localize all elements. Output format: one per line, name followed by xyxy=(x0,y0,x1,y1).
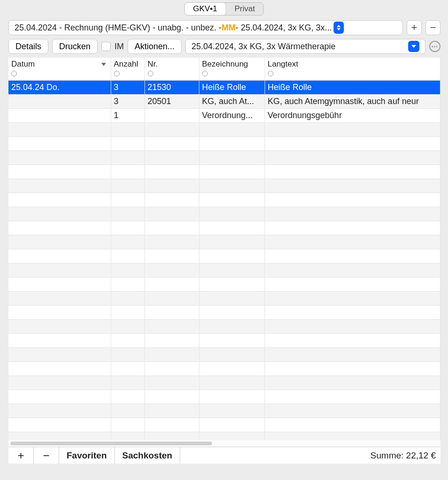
cell-nr[interactable]: 20501 xyxy=(144,94,199,108)
table-row-empty[interactable] xyxy=(8,179,440,193)
table-row[interactable]: 320501KG, auch At...KG, auch Atemgymnast… xyxy=(8,94,440,108)
cell-empty[interactable] xyxy=(199,249,265,263)
cell-anzahl[interactable]: 3 xyxy=(111,94,144,108)
cell-empty[interactable] xyxy=(111,375,144,390)
cell-empty[interactable] xyxy=(111,418,144,432)
cell-empty[interactable] xyxy=(265,305,440,319)
table-row-empty[interactable] xyxy=(8,390,440,404)
cell-empty[interactable] xyxy=(8,319,111,333)
cell-anzahl[interactable]: 3 xyxy=(111,80,144,94)
cell-empty[interactable] xyxy=(8,179,111,193)
column-filter-bezeichnung[interactable] xyxy=(202,71,208,76)
cell-empty[interactable] xyxy=(199,263,265,277)
table-row-empty[interactable] xyxy=(8,193,440,207)
cell-empty[interactable] xyxy=(8,404,111,418)
cell-empty[interactable] xyxy=(265,249,440,263)
cell-empty[interactable] xyxy=(8,333,111,347)
cell-empty[interactable] xyxy=(111,179,144,193)
print-button[interactable]: Drucken xyxy=(52,39,98,54)
cell-empty[interactable] xyxy=(265,221,440,235)
table-row-empty[interactable] xyxy=(8,305,440,319)
cell-empty[interactable] xyxy=(8,390,111,404)
cell-empty[interactable] xyxy=(144,418,199,432)
cell-empty[interactable] xyxy=(111,347,144,361)
table-row-empty[interactable] xyxy=(8,319,440,333)
cell-empty[interactable] xyxy=(199,179,265,193)
column-filter-datum[interactable] xyxy=(11,71,17,76)
column-header-datum[interactable]: Datum xyxy=(8,58,111,80)
cell-empty[interactable] xyxy=(199,404,265,418)
cell-empty[interactable] xyxy=(265,235,440,249)
cell-empty[interactable] xyxy=(144,404,199,418)
cell-empty[interactable] xyxy=(199,165,265,179)
table-row-empty[interactable] xyxy=(8,277,440,291)
table-row-empty[interactable] xyxy=(8,136,440,150)
cell-empty[interactable] xyxy=(265,207,440,221)
cell-empty[interactable] xyxy=(8,136,111,150)
cell-empty[interactable] xyxy=(111,263,144,277)
table-row-empty[interactable] xyxy=(8,291,440,305)
invoice-selector[interactable]: 25.04.2024 - Rechnung (HME-GKV) - unabg.… xyxy=(8,20,403,35)
cell-empty[interactable] xyxy=(8,361,111,375)
cell-empty[interactable] xyxy=(199,291,265,305)
cell-empty[interactable] xyxy=(265,375,440,390)
cell-empty[interactable] xyxy=(8,165,111,179)
cell-empty[interactable] xyxy=(8,150,111,165)
invoice-selector-stepper[interactable] xyxy=(334,22,344,34)
table-row-empty[interactable] xyxy=(8,263,440,277)
cell-nr[interactable] xyxy=(144,108,199,122)
cell-langtext[interactable]: KG, auch Atemgymnastik, auch auf neur xyxy=(265,94,440,108)
cell-empty[interactable] xyxy=(144,179,199,193)
cell-empty[interactable] xyxy=(144,249,199,263)
cell-langtext[interactable]: Heiße Rolle xyxy=(265,80,440,94)
cell-empty[interactable] xyxy=(265,418,440,432)
cell-empty[interactable] xyxy=(144,207,199,221)
cell-empty[interactable] xyxy=(199,136,265,150)
cell-empty[interactable] xyxy=(199,122,265,136)
table-row-empty[interactable] xyxy=(8,333,440,347)
cell-empty[interactable] xyxy=(8,249,111,263)
add-row-button[interactable]: + xyxy=(8,447,34,464)
prescription-selector[interactable]: 25.04.2024, 3x KG, 3x Wärmetherapie xyxy=(185,39,425,54)
cell-empty[interactable] xyxy=(199,375,265,390)
cell-empty[interactable] xyxy=(265,136,440,150)
cell-empty[interactable] xyxy=(199,333,265,347)
cell-empty[interactable] xyxy=(8,221,111,235)
cell-empty[interactable] xyxy=(111,150,144,165)
cell-empty[interactable] xyxy=(265,193,440,207)
cell-empty[interactable] xyxy=(199,193,265,207)
cell-empty[interactable] xyxy=(144,136,199,150)
cell-empty[interactable] xyxy=(111,291,144,305)
cell-empty[interactable] xyxy=(199,235,265,249)
cell-empty[interactable] xyxy=(265,390,440,404)
cell-empty[interactable] xyxy=(111,333,144,347)
table-row-empty[interactable] xyxy=(8,221,440,235)
cell-bezeichnung[interactable]: Verordnung... xyxy=(199,108,265,122)
cell-empty[interactable] xyxy=(144,277,199,291)
cell-empty[interactable] xyxy=(111,390,144,404)
cell-empty[interactable] xyxy=(111,193,144,207)
cell-empty[interactable] xyxy=(265,150,440,165)
cell-empty[interactable] xyxy=(265,179,440,193)
cell-empty[interactable] xyxy=(144,150,199,165)
cell-empty[interactable] xyxy=(111,136,144,150)
table-row-empty[interactable] xyxy=(8,361,440,375)
cell-empty[interactable] xyxy=(265,404,440,418)
cell-empty[interactable] xyxy=(8,277,111,291)
table-row-empty[interactable] xyxy=(8,165,440,179)
cell-empty[interactable] xyxy=(144,305,199,319)
cell-empty[interactable] xyxy=(265,291,440,305)
cell-empty[interactable] xyxy=(8,122,111,136)
cell-empty[interactable] xyxy=(111,165,144,179)
details-button[interactable]: Details xyxy=(8,39,48,54)
cell-empty[interactable] xyxy=(199,347,265,361)
table-row-empty[interactable] xyxy=(8,418,440,432)
table-row-empty[interactable] xyxy=(8,235,440,249)
cell-empty[interactable] xyxy=(144,122,199,136)
cell-empty[interactable] xyxy=(144,291,199,305)
cell-empty[interactable] xyxy=(8,291,111,305)
more-options-button[interactable]: ••• xyxy=(429,41,440,52)
cell-empty[interactable] xyxy=(8,375,111,390)
cell-datum[interactable] xyxy=(8,94,111,108)
favoriten-button[interactable]: Favoriten xyxy=(59,447,115,464)
